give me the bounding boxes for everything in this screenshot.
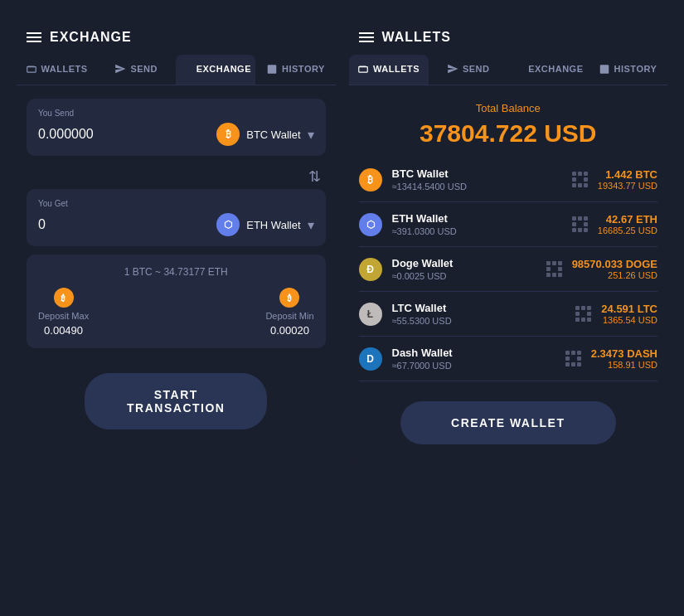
wallet-item[interactable]: ₿ BTC Wallet ≈13414.5400 USD 1.442 BTC 1…	[359, 158, 658, 202]
eth-icon-get: ⬡	[216, 213, 240, 236]
wallet-usd: ≈67.7000 USD	[392, 361, 555, 371]
tab-wallets-right[interactable]: WALLETS	[349, 55, 429, 85]
wallet-amounts: 42.67 ETH 16685.25 USD	[598, 213, 657, 235]
hamburger-icon-right[interactable]	[359, 32, 374, 42]
dash-icon-list: D	[359, 347, 382, 371]
tab-exchange-right[interactable]: EXCHANGE	[508, 55, 588, 85]
exchange-body: You Send ₿ BTC Wallet ▾ ⇅ You Get	[17, 85, 336, 443]
wallet-usd: ≈13414.5400 USD	[392, 182, 562, 192]
deposit-max-value: 0.00490	[44, 324, 83, 337]
tab-history-right[interactable]: HISTORY	[588, 55, 667, 85]
deposit-max-item: ₿ Deposit Max 0.00490	[38, 288, 89, 337]
get-input-row: ⬡ ETH Wallet ▾	[38, 213, 314, 236]
send-label: You Send	[38, 109, 314, 118]
wallet-list: ₿ BTC Wallet ≈13414.5400 USD 1.442 BTC 1…	[349, 158, 668, 381]
svg-rect-0	[268, 65, 277, 74]
qr-icon[interactable]	[546, 261, 562, 277]
wallet-item-name: LTC Wallet	[392, 302, 566, 314]
exchange-panel: EXCHANGE WALLETS SEND EXCHANGE HISTORY	[17, 17, 336, 464]
get-label: You Get	[38, 199, 314, 208]
tab-exchange-left[interactable]: EXCHANGE	[176, 55, 255, 85]
tab-send-left[interactable]: SEND	[96, 55, 176, 85]
wallet-amounts: 2.3473 DASH 158.91 USD	[591, 347, 657, 370]
wallets-title: WALLETS	[382, 30, 451, 45]
doge-icon-list: Ð	[359, 258, 382, 281]
wallet-item[interactable]: ⬡ ETH Wallet ≈391.0300 USD 42.67 ETH 166…	[359, 202, 658, 247]
btc-icon-send: ₿	[216, 123, 240, 146]
create-wallet-button[interactable]: CREATE WALLET	[400, 401, 616, 444]
exchange-header: EXCHANGE	[17, 17, 336, 55]
wallet-crypto-amount: 1.442 BTC	[598, 168, 657, 181]
wallet-crypto-amount: 42.67 ETH	[598, 213, 657, 226]
deposit-min-value: 0.00020	[270, 324, 309, 337]
wallet-item[interactable]: D Dash Wallet ≈67.7000 USD 2.3473 DASH 1…	[359, 337, 658, 381]
wallet-usd-amount: 158.91 USD	[591, 360, 657, 370]
wallet-info: Doge Wallet ≈0.0025 USD	[392, 257, 536, 281]
qr-icon[interactable]	[565, 351, 581, 366]
wallet-usd: ≈0.0025 USD	[392, 271, 536, 281]
main-container: EXCHANGE WALLETS SEND EXCHANGE HISTORY	[17, 17, 667, 464]
send-input-group: You Send ₿ BTC Wallet ▾	[27, 99, 326, 156]
wallet-usd: ≈391.0300 USD	[392, 226, 562, 236]
wallet-usd-amount: 1365.54 USD	[601, 315, 657, 325]
wallet-usd: ≈55.5300 USD	[392, 316, 566, 326]
wallet-amounts: 1.442 BTC 19343.77 USD	[598, 168, 657, 191]
total-balance-value: 37804.722 USD	[359, 119, 658, 148]
tab-history-left[interactable]: HISTORY	[255, 55, 335, 85]
start-transaction-button[interactable]: START TRANSACTION	[85, 373, 267, 429]
send-chevron-icon: ▾	[308, 127, 314, 143]
wallet-item-name: Doge Wallet	[392, 257, 536, 269]
deposit-row: ₿ Deposit Max 0.00490 ₿ Deposit Min 0.00…	[38, 288, 314, 337]
deposit-min-item: ₿ Deposit Min 0.00020	[265, 288, 313, 337]
get-wallet-selector[interactable]: ⬡ ETH Wallet ▾	[216, 213, 313, 236]
deposit-min-label: Deposit Min	[265, 311, 313, 321]
tab-send-right[interactable]: SEND	[429, 55, 508, 85]
wallet-item-name: ETH Wallet	[392, 212, 562, 225]
wallet-crypto-amount: 24.591 LTC	[601, 303, 657, 315]
qr-icon[interactable]	[575, 306, 591, 322]
wallet-info: LTC Wallet ≈55.5300 USD	[392, 302, 566, 326]
get-chevron-icon: ▾	[308, 217, 314, 233]
qr-icon[interactable]	[572, 172, 588, 187]
btc-icon-deposit-max: ₿	[54, 288, 74, 308]
wallets-header: WALLETS	[349, 17, 668, 55]
hamburger-icon[interactable]	[27, 32, 41, 42]
exchange-title: EXCHANGE	[50, 30, 132, 45]
wallet-info: ETH Wallet ≈391.0300 USD	[392, 212, 562, 236]
wallets-nav-tabs: WALLETS SEND EXCHANGE HISTORY	[349, 55, 668, 85]
svg-rect-4	[599, 65, 609, 74]
btc-icon-deposit-min: ₿	[279, 288, 299, 308]
wallet-item[interactable]: Ł LTC Wallet ≈55.5300 USD 24.591 LTC 136…	[359, 292, 658, 337]
wallets-panel: WALLETS WALLETS SEND EXCHANGE HISTORY To…	[349, 17, 668, 464]
exchange-info-box: 1 BTC ~ 34.73177 ETH ₿ Deposit Max 0.004…	[27, 255, 326, 348]
swap-arrow[interactable]: ⇅	[27, 164, 326, 189]
tab-wallets-left[interactable]: WALLETS	[17, 55, 96, 85]
wallet-crypto-amount: 98570.033 DOGE	[572, 258, 657, 270]
btc-icon-list: ₿	[359, 168, 382, 192]
qr-icon[interactable]	[572, 216, 588, 232]
get-wallet-name: ETH Wallet	[246, 219, 300, 231]
wallet-item-name: Dash Wallet	[392, 347, 555, 359]
get-amount-input[interactable]	[38, 217, 154, 232]
deposit-max-label: Deposit Max	[38, 311, 89, 321]
total-balance-section: Total Balance 37804.722 USD	[349, 85, 668, 158]
wallet-info: BTC Wallet ≈13414.5400 USD	[392, 167, 562, 192]
exchange-rate: 1 BTC ~ 34.73177 ETH	[38, 266, 314, 278]
eth-icon-list: ⬡	[359, 213, 382, 236]
wallet-item[interactable]: Ð Doge Wallet ≈0.0025 USD 98570.033 DOGE…	[359, 247, 658, 292]
wallet-crypto-amount: 2.3473 DASH	[591, 347, 657, 360]
wallet-amounts: 98570.033 DOGE 251.26 USD	[572, 258, 657, 280]
total-balance-label: Total Balance	[359, 102, 658, 114]
ltc-icon-list: Ł	[359, 303, 382, 326]
send-wallet-selector[interactable]: ₿ BTC Wallet ▾	[216, 123, 313, 146]
send-amount-input[interactable]	[38, 127, 154, 142]
wallet-info: Dash Wallet ≈67.7000 USD	[392, 347, 555, 371]
send-wallet-name: BTC Wallet	[246, 129, 300, 141]
wallet-usd-amount: 251.26 USD	[572, 270, 657, 280]
wallet-amounts: 24.591 LTC 1365.54 USD	[601, 303, 657, 325]
wallet-usd-amount: 19343.77 USD	[598, 181, 657, 191]
exchange-nav-tabs: WALLETS SEND EXCHANGE HISTORY	[17, 55, 336, 85]
wallet-usd-amount: 16685.25 USD	[598, 226, 657, 235]
wallet-item-name: BTC Wallet	[392, 167, 562, 180]
get-input-group: You Get ⬡ ETH Wallet ▾	[27, 189, 326, 246]
